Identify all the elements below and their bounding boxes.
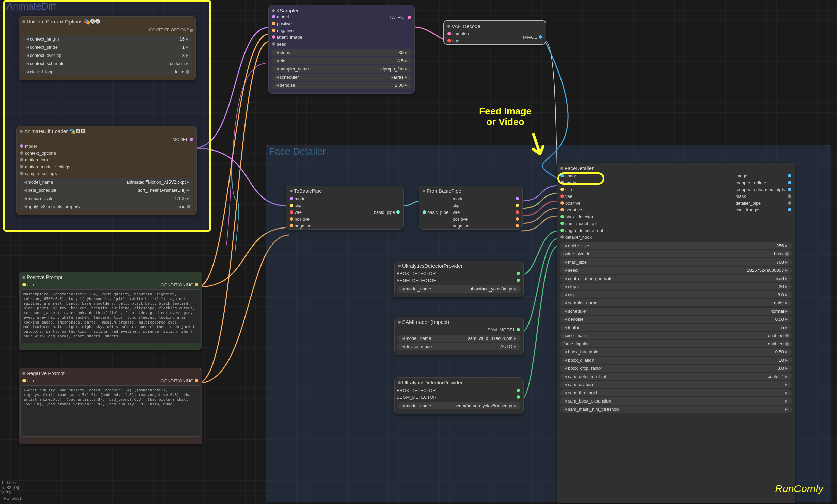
port-BBOX_DETECTOR[interactable]: BBOX_DETECTOR bbox=[395, 270, 523, 277]
node-title[interactable]: Negative Prompt bbox=[19, 368, 202, 377]
port-vae[interactable]: vae bbox=[557, 193, 733, 200]
port-negative[interactable]: negative bbox=[451, 222, 522, 229]
port-model[interactable]: model bbox=[286, 195, 372, 202]
param-bbox_dilation[interactable]: ◀bbox_dilation10▶ bbox=[560, 357, 792, 364]
port-cropped_refined[interactable]: cropped_refined bbox=[733, 179, 795, 186]
port-motion_lora[interactable]: motion_lora bbox=[17, 156, 196, 163]
port-clip[interactable]: clip bbox=[286, 202, 372, 209]
port-clip[interactable]: clip bbox=[451, 202, 522, 209]
node-animatediff-loader[interactable]: AnimateDiff Loader 🎭🅐🅓 MODEL modelcontex… bbox=[16, 126, 197, 215]
param-steps[interactable]: ◀steps30▶ bbox=[271, 49, 412, 56]
node-title[interactable]: AnimateDiff Loader 🎭🅐🅓 bbox=[17, 126, 196, 136]
port-latent_image[interactable]: latent_image bbox=[269, 34, 414, 41]
node-title[interactable]: Positive Prompt bbox=[19, 272, 202, 281]
port-vae[interactable]: vae bbox=[444, 37, 521, 44]
param-denoise[interactable]: ◀denoise0.50▶ bbox=[560, 316, 792, 323]
param-closed_loop[interactable]: ◀closed_loopfalse bbox=[22, 68, 193, 75]
node-ultralytics-1[interactable]: UltralyticsDetectorProvider BBOX_DETECTO… bbox=[394, 261, 524, 297]
port-detailer_hook[interactable]: detailer_hook bbox=[557, 234, 733, 240]
port-vae[interactable]: vae bbox=[451, 209, 522, 216]
param-scheduler[interactable]: ◀schedulernormal▶ bbox=[560, 308, 792, 315]
node-uniform-context[interactable]: Uniform Context Options 🎭🅐🅓 CONTEXT_OPTI… bbox=[19, 16, 196, 80]
port-model[interactable]: model bbox=[451, 195, 522, 202]
positive-prompt-text[interactable]: masterpiece, (photorealistic:1.4), best … bbox=[20, 289, 200, 343]
param-sam_threshold[interactable]: ◀sam_threshold▶ bbox=[560, 389, 792, 396]
param-context_stride[interactable]: ◀context_stride1▶ bbox=[22, 44, 193, 51]
param-steps[interactable]: ◀steps20▶ bbox=[560, 283, 792, 290]
node-ultralytics-2[interactable]: UltralyticsDetectorProvider BBOX_DETECTO… bbox=[394, 377, 524, 414]
param-model_name[interactable]: ◀model_namesam_vit_b_01ec64.pth▶ bbox=[397, 335, 521, 342]
param-cfg[interactable]: ◀cfg8.0▶ bbox=[560, 291, 792, 298]
port-SEGM_DETECTOR[interactable]: SEGM_DETECTOR bbox=[395, 277, 523, 284]
param-apply_v2_models_properly[interactable]: ◀apply_v2_models_properlytrue bbox=[19, 203, 194, 210]
port-positive[interactable]: positive bbox=[557, 200, 733, 206]
param-model_name[interactable]: ◀model_nameanimatediffMotion_v15V2.ckpt▶ bbox=[19, 178, 194, 186]
param-bbox_crop_factor[interactable]: ◀bbox_crop_factor3.0▶ bbox=[560, 365, 792, 372]
param-max_size[interactable]: ◀max_size768▶ bbox=[560, 258, 792, 266]
port-cnet_images[interactable]: cnet_images bbox=[733, 206, 795, 213]
port-model[interactable]: model bbox=[17, 143, 196, 149]
port-bbox_detector[interactable]: bbox_detector bbox=[557, 213, 733, 220]
param-device_mode[interactable]: ◀device_modeAUTO▶ bbox=[397, 343, 521, 350]
node-samloader[interactable]: SAMLoader (Impact) SAM_MODEL ◀model_name… bbox=[394, 317, 524, 355]
port-mask[interactable]: mask bbox=[733, 193, 795, 200]
port-model[interactable]: model bbox=[269, 13, 414, 20]
node-title[interactable]: FromBasicPipe bbox=[419, 186, 522, 195]
port-clip[interactable]: clip bbox=[557, 186, 733, 193]
node-negative-prompt[interactable]: Negative Prompt clip CONDITIONING (worst… bbox=[19, 368, 202, 444]
node-ksampler[interactable]: KSampler LATENT modelpositivenegativelat… bbox=[268, 5, 415, 94]
node-title[interactable]: UltralyticsDetectorProvider bbox=[395, 378, 523, 387]
param-model_name[interactable]: ◀model_namebbox/face_yolov8m.pt▶ bbox=[397, 285, 521, 293]
param-model_name[interactable]: ◀model_namesegm/person_yolov8m-seg.pt▶ bbox=[397, 402, 521, 409]
node-title[interactable]: FaceDetailer bbox=[557, 163, 795, 172]
port-positive[interactable]: positive bbox=[451, 216, 522, 222]
param-context_length[interactable]: ◀context_length16▶ bbox=[22, 35, 193, 43]
param-context_overlap[interactable]: ◀context_overlap8▶ bbox=[22, 52, 193, 59]
node-title[interactable]: VAE Decode bbox=[444, 21, 546, 30]
param-sam_mask_hint_threshold[interactable]: ◀sam_mask_hint_threshold▶ bbox=[560, 406, 792, 413]
port-detailer_pipe[interactable]: detailer_pipe bbox=[733, 200, 795, 206]
param-beta_schedule[interactable]: ◀beta_schedulesqrt_linear (AnimateDiff)▶ bbox=[19, 187, 194, 194]
port-sam_model_opt[interactable]: sam_model_opt bbox=[557, 220, 733, 227]
param-sampler_name[interactable]: ◀sampler_namedpmpp_2m▶ bbox=[271, 65, 412, 73]
param-scheduler[interactable]: ◀schedulerkarras▶ bbox=[271, 74, 412, 81]
param-context_schedule[interactable]: ◀context_scheduleuniform▶ bbox=[22, 60, 193, 67]
param-sam_dilation[interactable]: ◀sam_dilation▶ bbox=[560, 381, 792, 388]
param-sampler_name[interactable]: ◀sampler_nameeuler▶ bbox=[560, 299, 792, 306]
node-title[interactable]: Uniform Context Options 🎭🅐🅓 bbox=[19, 17, 195, 26]
param-control_after_generate[interactable]: ◀control_after_generatefixed▶ bbox=[560, 275, 792, 282]
port-BBOX_DETECTOR[interactable]: BBOX_DETECTOR bbox=[395, 387, 523, 394]
param-bbox_threshold[interactable]: ◀bbox_threshold0.50▶ bbox=[560, 348, 792, 356]
param-denoise[interactable]: ◀denoise1.00▶ bbox=[271, 82, 412, 89]
port-image[interactable]: image bbox=[733, 172, 795, 179]
param-motion_scale[interactable]: ◀motion_scale1.100▶ bbox=[19, 195, 194, 202]
param-cfg[interactable]: ◀cfg8.5▶ bbox=[271, 57, 412, 64]
port-context_options[interactable]: context_options bbox=[17, 149, 196, 156]
port-negative[interactable]: negative bbox=[557, 206, 733, 213]
param-feather[interactable]: ◀feather5▶ bbox=[560, 324, 792, 331]
param-sam_bbox_expansion[interactable]: ◀sam_bbox_expansion▶ bbox=[560, 397, 792, 405]
node-title[interactable]: UltralyticsDetectorProvider bbox=[395, 261, 523, 270]
port-positive[interactable]: positive bbox=[286, 216, 372, 222]
negative-prompt-text[interactable]: (worst quality, bad quality, child, crop… bbox=[20, 385, 200, 437]
node-frombasicpipe[interactable]: FromBasicPipe basic_pipe modelclipvaepos… bbox=[419, 186, 523, 230]
param-noise_mask[interactable]: noise_maskenabled bbox=[560, 332, 792, 339]
port-segm_detector_opt[interactable]: segm_detector_opt bbox=[557, 227, 733, 234]
port-negative[interactable]: negative bbox=[286, 222, 372, 229]
node-title[interactable]: ToBasicPipe bbox=[286, 186, 403, 195]
port-cropped_enhanced_alpha[interactable]: cropped_enhanced_alpha bbox=[733, 186, 795, 193]
node-title[interactable]: SAMLoader (Impact) bbox=[395, 317, 523, 326]
port-vae[interactable]: vae bbox=[286, 209, 372, 216]
node-facedetailer[interactable]: FaceDetailer imagemodelclipvaepositivene… bbox=[557, 163, 795, 503]
port-positive[interactable]: positive bbox=[269, 20, 414, 27]
node-positive-prompt[interactable]: Positive Prompt clip CONDITIONING master… bbox=[19, 272, 202, 350]
param-seed[interactable]: ◀seed282575248800007▶ bbox=[560, 267, 792, 274]
port-motion_model_settings[interactable]: motion_model_settings bbox=[17, 163, 196, 170]
port-SEGM_DETECTOR[interactable]: SEGM_DETECTOR bbox=[395, 394, 523, 400]
port-seed[interactable]: seed bbox=[269, 41, 414, 47]
param-guide_size_for[interactable]: guide_size_forbbox bbox=[560, 250, 792, 257]
param-sam_detection_hint[interactable]: ◀sam_detection_hintcenter-1▶ bbox=[560, 373, 792, 380]
node-vae-decode[interactable]: VAE Decode samplesvae IMAGE bbox=[443, 20, 546, 45]
node-tobasicpipe[interactable]: ToBasicPipe modelclipvaepositivenegative… bbox=[286, 186, 404, 230]
port-negative[interactable]: negative bbox=[269, 27, 414, 34]
